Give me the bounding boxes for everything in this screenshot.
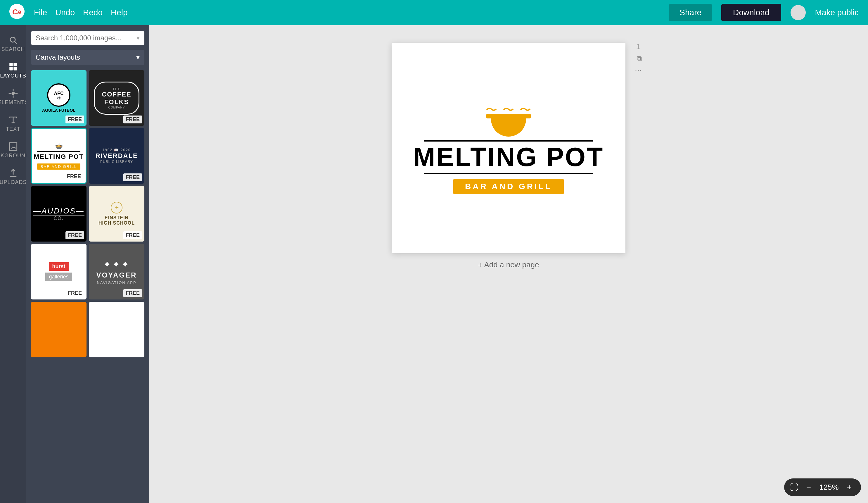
svg-rect-3 bbox=[13, 63, 17, 66]
sidebar: SEARCH LAYOUTS ELEMENTS TEXT BKGROUND UP… bbox=[0, 25, 26, 503]
sidebar-label-search: SEARCH bbox=[1, 46, 25, 52]
hurst-galleries-label: galleries bbox=[45, 273, 72, 281]
nav-help[interactable]: Help bbox=[111, 8, 128, 17]
riverdale-title: RIVERDALE bbox=[95, 152, 138, 160]
search-input[interactable] bbox=[36, 34, 136, 42]
canvas-page[interactable]: 〜〜〜 MELTING POT BAR AND GRILL 1 ⧉ ⋯ bbox=[392, 43, 626, 253]
layout-card-riverdale[interactable]: 1902 📖 2020 RIVERDALE PUBLIC LIBRARY FRE… bbox=[89, 128, 144, 184]
canva-logo: Ca bbox=[9, 4, 24, 22]
pot-icon bbox=[491, 116, 526, 137]
download-button[interactable]: Download bbox=[721, 4, 781, 21]
zoom-out-button[interactable]: − bbox=[803, 481, 815, 493]
copy-page-icon[interactable]: ⧉ bbox=[637, 54, 642, 63]
melting-pot-icon: 🍲 bbox=[55, 142, 63, 150]
coffee-design: THE COFFEE FOLKS COMPANY bbox=[94, 82, 139, 115]
voyager-icon: ✦✦✦ bbox=[103, 259, 130, 270]
more-options-icon[interactable]: ⋯ bbox=[635, 66, 642, 74]
afc-subtitle: AGUILA FUTBOL bbox=[42, 108, 75, 113]
badge-free-coffee: FREE bbox=[123, 115, 142, 123]
sidebar-label-uploads: UPLOADS bbox=[0, 179, 27, 185]
zoom-controls: ⛶ − 125% + bbox=[784, 479, 861, 496]
sidebar-item-search[interactable]: SEARCH bbox=[0, 31, 26, 57]
melting-line-top bbox=[37, 151, 80, 152]
canvas-subtitle: BAR AND GRILL bbox=[453, 179, 564, 194]
nav-redo[interactable]: Redo bbox=[83, 8, 103, 17]
sidebar-label-elements: ELEMENTS bbox=[0, 99, 29, 105]
layout-card-melting[interactable]: 🍲 MELTING POT BAR AND GRILL FREE bbox=[31, 128, 86, 184]
layouts-dropdown[interactable]: Canva layouts ▾ bbox=[31, 50, 144, 65]
badge-free-audios: FREE bbox=[65, 231, 84, 239]
top-line bbox=[424, 140, 593, 142]
riverdale-sub: PUBLIC LIBRARY bbox=[100, 160, 133, 164]
nav-file[interactable]: File bbox=[34, 8, 47, 17]
coffee-title: COFFEE bbox=[102, 91, 131, 98]
badge-free-melting: FREE bbox=[65, 172, 83, 180]
coffee-folks: FOLKS bbox=[102, 98, 131, 106]
einstein-title: EINSTEINHIGH SCHOOL bbox=[99, 215, 135, 226]
layout-card-einstein[interactable]: ✦ EINSTEINHIGH SCHOOL FREE bbox=[89, 186, 144, 242]
layout-card-white2[interactable] bbox=[89, 302, 144, 358]
zoom-in-button[interactable]: + bbox=[844, 481, 855, 493]
canvas-area: 〜〜〜 MELTING POT BAR AND GRILL 1 ⧉ ⋯ + Ad… bbox=[149, 25, 868, 503]
avatar[interactable] bbox=[790, 5, 806, 20]
layouts-grid: AFC ⚽ AGUILA FUTBOL FREE THE COFFEE FOLK… bbox=[31, 70, 144, 358]
voyager-sub: NAVIGATION APP bbox=[97, 280, 136, 285]
svg-rect-5 bbox=[13, 67, 17, 70]
top-nav: File Undo Redo Help bbox=[34, 8, 128, 17]
sidebar-item-layouts[interactable]: LAYOUTS bbox=[0, 58, 26, 83]
layouts-dropdown-label: Canva layouts bbox=[36, 53, 80, 61]
badge-free-voyager: FREE bbox=[123, 289, 142, 297]
chevron-down-icon: ▾ bbox=[136, 53, 140, 61]
zoom-value: 125% bbox=[819, 483, 839, 492]
layout-card-hurst[interactable]: hurst galleries FREE bbox=[31, 244, 86, 300]
layout-card-afc[interactable]: AFC ⚽ AGUILA FUTBOL FREE bbox=[31, 70, 86, 126]
sidebar-label-bkground: BKGROUND bbox=[0, 153, 30, 159]
nav-undo[interactable]: Undo bbox=[55, 8, 75, 17]
sidebar-item-uploads[interactable]: UPLOADS bbox=[0, 164, 26, 190]
afc-emblem: AFC ⚽ bbox=[47, 83, 70, 107]
einstein-emblem: ✦ bbox=[111, 202, 123, 213]
topbar: Ca File Undo Redo Help Share Download Ma… bbox=[0, 0, 868, 25]
add-new-page-button[interactable]: + Add a new page bbox=[478, 260, 539, 269]
badge-free-einstein: FREE bbox=[123, 231, 142, 239]
voyager-title: VOYAGER bbox=[96, 271, 137, 279]
melting-subtitle: BAR AND GRILL bbox=[37, 163, 80, 170]
sidebar-item-bkground[interactable]: BKGROUND bbox=[0, 138, 26, 163]
svg-rect-2 bbox=[9, 63, 12, 66]
sidebar-label-layouts: LAYOUTS bbox=[0, 73, 26, 79]
presentation-icon[interactable]: ⛶ bbox=[790, 483, 798, 492]
app-body: SEARCH LAYOUTS ELEMENTS TEXT BKGROUND UP… bbox=[0, 25, 868, 503]
svg-point-6 bbox=[11, 92, 14, 95]
bottom-line bbox=[424, 173, 593, 174]
svg-rect-4 bbox=[9, 67, 12, 70]
hurst-red-label: hurst bbox=[49, 262, 69, 271]
canvas-design: 〜〜〜 MELTING POT BAR AND GRILL bbox=[392, 90, 626, 206]
sidebar-item-text[interactable]: TEXT bbox=[0, 111, 26, 136]
sidebar-label-text: TEXT bbox=[6, 126, 20, 132]
share-button[interactable]: Share bbox=[669, 4, 712, 21]
canvas-page-number: 1 bbox=[636, 43, 640, 51]
melting-line-bottom bbox=[37, 162, 80, 162]
badge-free-riverdale: FREE bbox=[123, 173, 142, 181]
search-dropdown-icon[interactable]: ▾ bbox=[136, 34, 140, 42]
search-box[interactable]: ▾ bbox=[31, 31, 144, 45]
layout-card-voyager[interactable]: ✦✦✦ VOYAGER NAVIGATION APP FREE bbox=[89, 244, 144, 300]
badge-free-hurst: FREE bbox=[65, 289, 84, 297]
layout-card-audios[interactable]: —AUDIOS— CO. FREE bbox=[31, 186, 86, 242]
audios-title: —AUDIOS— bbox=[33, 207, 84, 216]
canvas-main-title: MELTING POT bbox=[413, 143, 604, 172]
melting-title: MELTING POT bbox=[34, 153, 84, 161]
svg-text:Ca: Ca bbox=[12, 8, 21, 16]
make-public-button[interactable]: Make public bbox=[815, 8, 859, 17]
layouts-panel: ▾ Canva layouts ▾ AFC ⚽ AGUILA FUTBOL FR… bbox=[26, 25, 149, 503]
layout-card-coffee[interactable]: THE COFFEE FOLKS COMPANY FREE bbox=[89, 70, 144, 126]
sidebar-item-elements[interactable]: ELEMENTS bbox=[0, 84, 26, 110]
badge-free-afc: FREE bbox=[65, 115, 84, 123]
layout-card-orange[interactable] bbox=[31, 302, 86, 358]
